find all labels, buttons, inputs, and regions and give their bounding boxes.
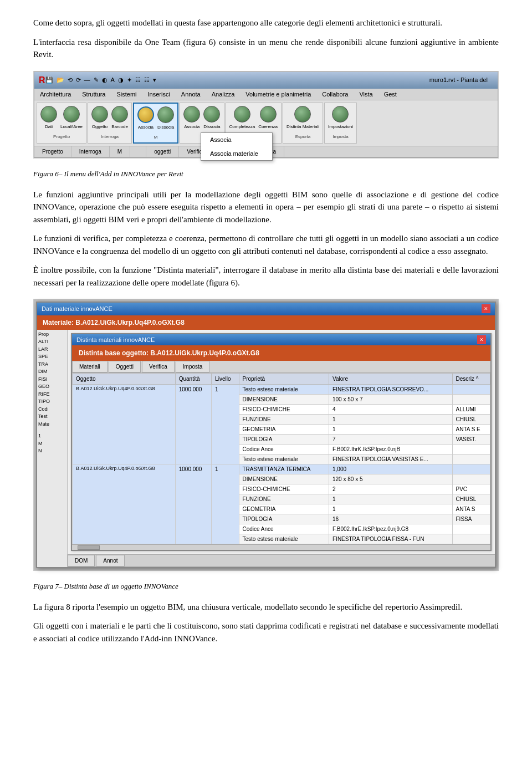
locali-icon	[63, 106, 80, 122]
ribbon-btn-impostazioni[interactable]: Impostazioni	[327, 105, 354, 131]
menu-struttura[interactable]: Struttura	[76, 89, 111, 100]
cell-desc-test1	[452, 455, 490, 464]
paragraph-2: L'interfaccia resa disponibile da One Te…	[33, 36, 499, 61]
distinta-label: Distinta Materiali	[287, 124, 319, 130]
menu-architettura[interactable]: Architettura	[34, 89, 76, 100]
paragraph-5: È inoltre possibile, con la funzione "Di…	[33, 264, 499, 289]
ribbon-btn-dati[interactable]: Dati	[39, 105, 58, 131]
menu-collabora[interactable]: Collabora	[316, 89, 354, 100]
cell-val-cod1: F.B002.IhrK.IkSP.Ipez.0.njB	[329, 445, 453, 455]
toolbar-icon-8[interactable]: A	[111, 75, 115, 85]
figure-7-caption: Figura 7– Distinta base di un oggetto IN…	[33, 581, 499, 592]
cell-val-test1: FINESTRA TIPOLOGIA VASISTAS E...	[329, 455, 453, 464]
inner-titlebar: Distinta materiali innovANCE ✕	[72, 334, 490, 346]
outer-window: Dati materiale innovANCE ✕ Materiale: B.…	[36, 302, 496, 568]
toolbar-icon-11[interactable]: ☷	[135, 75, 141, 85]
col-valore: Valore	[329, 374, 453, 385]
inner-dialog: Distinta materiali innovANCE ✕ Distinta …	[71, 333, 492, 551]
inner-close-button[interactable]: ✕	[477, 335, 486, 344]
paragraph-6: La figura 8 riporta l'esempio un oggetto…	[33, 601, 499, 614]
ribbon-btn-associa2[interactable]: Associa	[182, 105, 201, 131]
menu-annota[interactable]: Annota	[176, 89, 206, 100]
toolbar-icon-4[interactable]: ⟳	[76, 75, 81, 85]
toolbar-icon-12[interactable]: ☷	[144, 75, 150, 85]
left-prop-tra: TRA	[38, 361, 66, 369]
cell-desc-tip2: FISSA	[452, 514, 490, 524]
col-descriz: Descriz ^	[452, 374, 490, 385]
ribbon-btn-oggetto[interactable]: Oggetto	[90, 105, 109, 131]
menu-analizza[interactable]: Analizza	[206, 89, 241, 100]
toolbar-icon-7[interactable]: ◐	[102, 75, 108, 85]
outer-close-button[interactable]: ✕	[482, 304, 490, 313]
ribbon-btn-dissocia2[interactable]: Dissocia	[202, 105, 221, 131]
dropdown-associa-materiale[interactable]: Associa materiale	[201, 147, 272, 161]
interroga-panel-label: Interroga	[101, 134, 119, 140]
dropdown-associa[interactable]: Associa	[201, 133, 272, 147]
ribbon-btn-coerenza[interactable]: Coerenza	[257, 105, 279, 131]
outer-tab-annot[interactable]: Annot	[96, 555, 125, 566]
menu-sistemi[interactable]: Sistemi	[111, 89, 142, 100]
cell-prop-tip1: TIPOLOGIA	[239, 435, 329, 445]
left-letter-n: N	[38, 447, 66, 455]
bottom-progetto[interactable]: Progetto	[34, 146, 71, 157]
left-prop-alti: ALTI	[38, 338, 66, 346]
cell-obj2: B.A012.UiGk.Ukrp.Uq4P.0.oGXt.G8	[73, 464, 176, 544]
bottom-m[interactable]: M	[110, 146, 130, 157]
ribbon-section-impostazioni: Impostazioni	[327, 105, 354, 131]
progetto-panel-label: Progetto	[53, 134, 70, 140]
oggetto-icon	[91, 106, 108, 122]
ribbon-btn-completezza[interactable]: Completezza	[228, 105, 257, 131]
associa-dropdown[interactable]: Associa Associa materiale	[201, 132, 273, 161]
impostazioni-icon	[332, 106, 349, 122]
ribbon-group-impostazioni: Impostazioni Imposta	[324, 103, 357, 144]
cell-desc-testo1	[452, 385, 490, 395]
toolbar-icon-5[interactable]: —	[84, 75, 90, 85]
ribbon-btn-dissocia1[interactable]: Dissocia	[156, 105, 175, 132]
toolbar-icon-2[interactable]: 📂	[57, 75, 64, 85]
tab-verifica[interactable]: Verifica	[142, 361, 175, 372]
scrollbar-thumb[interactable]	[78, 545, 100, 550]
toolbar-icon-9[interactable]: ◑	[118, 75, 124, 85]
toolbar-icon-1[interactable]: 💾	[45, 75, 53, 85]
cell-prop-fis1: FISICO-CHIMICHE	[239, 405, 329, 415]
outer-dialog: Dati materiale innovANCE ✕ Materiale: B.…	[34, 299, 498, 570]
cell-val-fun2: 1	[329, 494, 453, 504]
cell-prop-test1: Testo esteso materiale	[239, 455, 329, 464]
toolbar-icon-10[interactable]: ✦	[127, 75, 132, 85]
ribbon-btn-locali[interactable]: Locali\Aree	[59, 105, 84, 131]
completezza-icon	[234, 106, 250, 122]
cell-prop-test2: Testo esteso materiale	[239, 534, 329, 544]
tab-materiali[interactable]: Materiali	[72, 361, 108, 372]
menu-vista[interactable]: Vista	[354, 89, 378, 100]
outer-nav-tabs: DOM Annot	[68, 554, 495, 567]
bottom-oggetti[interactable]: oggetti	[146, 146, 179, 157]
dissocia1-label: Dissocia	[157, 124, 174, 131]
col-proprieta: Proprietà	[239, 374, 329, 385]
ribbon-btn-associa1[interactable]: Associa	[136, 105, 155, 132]
associa2-label: Associa	[184, 124, 200, 130]
cell-prop-fun2: FUNZIONE	[239, 494, 329, 504]
horizontal-scrollbar[interactable]	[72, 544, 490, 550]
menu-gest[interactable]: Gest	[378, 89, 402, 100]
cell-desc-fis2: PVC	[452, 484, 490, 494]
cell-desc-dim1	[452, 395, 490, 405]
outer-header: Materiale: B.A012.UiGk.Ukrp.Uq4P.0.oGXt.…	[37, 315, 495, 330]
bottom-interroga[interactable]: Interroga	[71, 146, 110, 157]
tab-imposta[interactable]: Imposta	[176, 361, 210, 372]
menu-volumetrie[interactable]: Volumetrie e planimetria	[240, 89, 316, 100]
left-properties-panel: Prop ALTI LAR SPE TRA DIM FISI GEO RIFE …	[37, 330, 68, 568]
ribbon-btn-barcode[interactable]: Barcode	[110, 105, 129, 131]
left-prop-fisi: FISI	[38, 376, 66, 384]
ribbon-btn-distinta[interactable]: Distinta Materiali	[285, 105, 320, 131]
cell-prop-cod1: Codice Ance	[239, 445, 329, 455]
tab-oggetti[interactable]: Oggetti	[109, 361, 141, 372]
dialog-content-area: Prop ALTI LAR SPE TRA DIM FISI GEO RIFE …	[37, 330, 495, 568]
toolbar-icon-13[interactable]: ▾	[153, 75, 156, 85]
menu-inserisci[interactable]: Inserisci	[142, 89, 176, 100]
cell-val-tra2: 1,000	[329, 464, 453, 474]
inner-header: Distinta base oggetto: B.A012.UiGk.Ukrp.…	[72, 345, 490, 361]
left-prop-lar: LAR	[38, 346, 66, 354]
outer-tab-dom[interactable]: DOM	[68, 555, 95, 566]
toolbar-icon-3[interactable]: ⟲	[68, 75, 73, 85]
toolbar-icon-6[interactable]: ✎	[94, 75, 99, 85]
